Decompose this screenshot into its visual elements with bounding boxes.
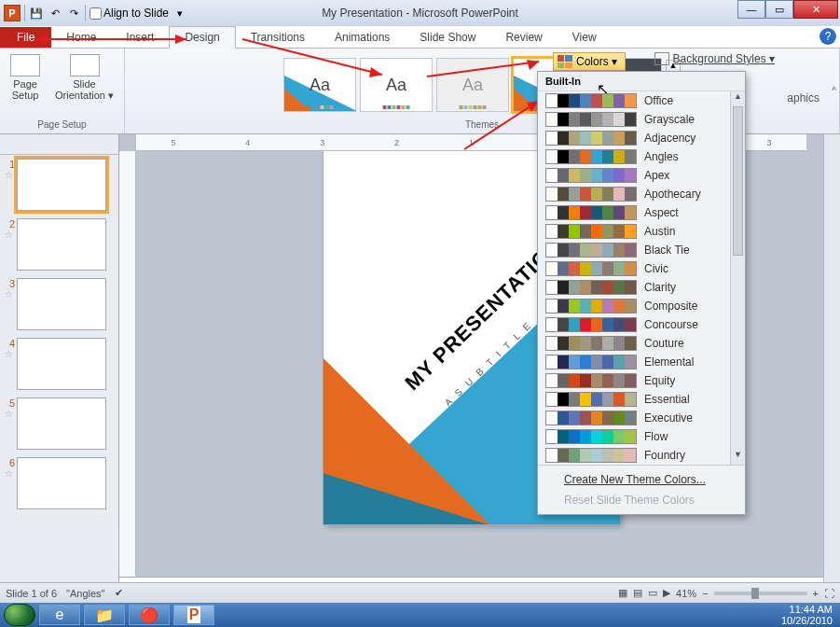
scroll-up-icon[interactable]: ▲	[731, 91, 745, 106]
color-scheme-row[interactable]: Austin	[538, 222, 745, 241]
system-tray[interactable]: 11:44 AM 10/26/2010	[781, 604, 836, 626]
zoom-in-icon[interactable]: +	[813, 588, 819, 599]
tab-animations[interactable]: Animations	[320, 27, 405, 48]
tab-view[interactable]: View	[558, 27, 612, 48]
cursor-icon: ↖	[597, 80, 609, 98]
color-scheme-row[interactable]: Aspect	[538, 203, 745, 222]
page-setup-icon	[10, 54, 40, 77]
color-scheme-row[interactable]: Angles	[538, 147, 745, 166]
zoom-out-icon[interactable]: −	[702, 588, 708, 599]
slide-orientation-button[interactable]: Slide Orientation ▾	[51, 52, 117, 104]
tab-transitions[interactable]: Transitions	[236, 27, 320, 48]
color-scheme-row[interactable]: Clarity	[538, 278, 745, 297]
tab-slideshow[interactable]: Slide Show	[405, 27, 490, 48]
color-scheme-row[interactable]: Flow	[538, 427, 745, 446]
close-button[interactable]: ✕	[793, 0, 838, 19]
color-scheme-row[interactable]: Black Tie	[538, 241, 745, 259]
start-button[interactable]	[4, 604, 35, 626]
color-scheme-row[interactable]: Foundry	[538, 446, 745, 465]
view-normal-icon[interactable]: ▦	[618, 587, 627, 599]
zoom-slider[interactable]	[714, 592, 807, 595]
status-bar: Slide 1 of 6 "Angles" ✔ ▦ ▤ ▭ ▶ 41% − + …	[0, 582, 840, 603]
taskbar-explorer-icon[interactable]: 📁	[84, 605, 125, 625]
taskbar: e 📁 🔴 P 11:44 AM 10/26/2010	[0, 603, 840, 627]
page-setup-button[interactable]: Page Setup	[7, 52, 44, 104]
color-scheme-row[interactable]: Office	[538, 91, 745, 110]
scroll-down-icon[interactable]: ▼	[731, 450, 745, 465]
truncated-label: aphics	[787, 91, 819, 104]
tab-design[interactable]: Design	[169, 26, 235, 49]
taskbar-camtasia-icon[interactable]: 🔴	[129, 605, 170, 625]
help-icon[interactable]: ?	[819, 28, 836, 45]
tab-review[interactable]: Review	[490, 27, 557, 48]
qat-dropdown-icon[interactable]: ▾	[172, 6, 187, 21]
colors-button[interactable]: Colors ▾	[553, 52, 626, 71]
tab-file[interactable]: File	[0, 27, 51, 48]
minimize-button[interactable]: —	[737, 0, 765, 19]
app-icon[interactable]: P	[4, 5, 21, 21]
color-scheme-row[interactable]: Civic	[538, 259, 745, 278]
slide-thumbnails-panel: 1☆2☆3☆4☆5☆6☆	[0, 134, 119, 603]
background-styles-icon	[654, 52, 669, 65]
view-reading-icon[interactable]: ▭	[648, 587, 657, 599]
page-setup-group-label: Page Setup	[37, 118, 86, 132]
ribbon-tabs: File Home Insert Design Transitions Anim…	[0, 26, 840, 49]
align-to-slide-checkbox[interactable]: Align to Slide	[90, 7, 169, 20]
color-scheme-row[interactable]: Apothecary	[538, 185, 745, 203]
thumbnails-tab[interactable]	[0, 138, 118, 155]
color-scheme-row[interactable]: Executive	[538, 409, 745, 427]
vertical-scrollbar[interactable]	[823, 134, 840, 603]
redo-icon[interactable]: ↷	[66, 6, 81, 21]
background-styles-button[interactable]: Background Styles ▾	[654, 52, 775, 65]
save-icon[interactable]: 💾	[29, 6, 44, 21]
color-scheme-row[interactable]: Equity	[538, 371, 745, 390]
theme-thumb[interactable]: Aa	[360, 58, 433, 112]
color-scheme-row[interactable]: Composite	[538, 297, 745, 315]
colors-menu-header: Built-In	[538, 72, 745, 91]
theme-thumb[interactable]: Aa	[436, 58, 509, 112]
color-scheme-row[interactable]: Couture	[538, 334, 745, 353]
slide-thumbnail[interactable]: 6☆	[0, 453, 118, 513]
color-scheme-row[interactable]: Apex	[538, 166, 745, 185]
maximize-button[interactable]: ▭	[765, 0, 793, 19]
spellcheck-icon[interactable]: ✔	[115, 587, 123, 599]
view-sorter-icon[interactable]: ▤	[633, 587, 642, 599]
theme-thumb[interactable]: Aa	[283, 58, 356, 112]
reset-theme-colors: Reset Slide Theme Colors	[544, 490, 739, 510]
slide-thumbnail[interactable]: 2☆	[0, 215, 118, 274]
tab-home[interactable]: Home	[51, 27, 111, 48]
ribbon-collapse-icon[interactable]: ^	[832, 86, 836, 96]
quick-access-toolbar: P 💾 ↶ ↷ Align to Slide ▾	[0, 5, 187, 21]
color-scheme-row[interactable]: Grayscale	[538, 110, 745, 129]
vertical-ruler	[119, 151, 136, 603]
slide-thumbnail[interactable]: 3☆	[0, 274, 118, 334]
create-new-theme-colors[interactable]: Create New Theme Colors...	[544, 469, 739, 490]
taskbar-ie-icon[interactable]: e	[39, 605, 80, 625]
orientation-icon	[70, 54, 100, 77]
status-slide-count: Slide 1 of 6	[6, 588, 57, 599]
slide-thumbnail[interactable]: 4☆	[0, 334, 118, 394]
menu-scrollbar[interactable]: ▲ ▼	[730, 91, 745, 465]
zoom-level[interactable]: 41%	[676, 588, 696, 599]
taskbar-powerpoint-icon[interactable]: P	[173, 605, 214, 625]
slide-thumbnail[interactable]: 5☆	[0, 394, 118, 453]
tab-insert[interactable]: Insert	[111, 27, 169, 48]
themes-group-label: Themes	[465, 118, 499, 132]
title-bar: P 💾 ↶ ↷ Align to Slide ▾ My Presentation…	[0, 0, 840, 26]
slide-thumbnail[interactable]: 1☆	[0, 155, 118, 215]
colors-dropdown-menu: Built-In OfficeGrayscaleAdjacencyAnglesA…	[537, 71, 746, 515]
view-slideshow-icon[interactable]: ▶	[663, 587, 670, 599]
color-scheme-row[interactable]: Concourse	[538, 315, 745, 334]
color-scheme-row[interactable]: Essential	[538, 390, 745, 409]
color-scheme-row[interactable]: Elemental	[538, 353, 745, 371]
color-scheme-row[interactable]: Adjacency	[538, 129, 745, 147]
fit-to-window-icon[interactable]: ⛶	[824, 588, 834, 599]
undo-icon[interactable]: ↶	[48, 6, 62, 21]
status-theme: "Angles"	[66, 588, 104, 599]
